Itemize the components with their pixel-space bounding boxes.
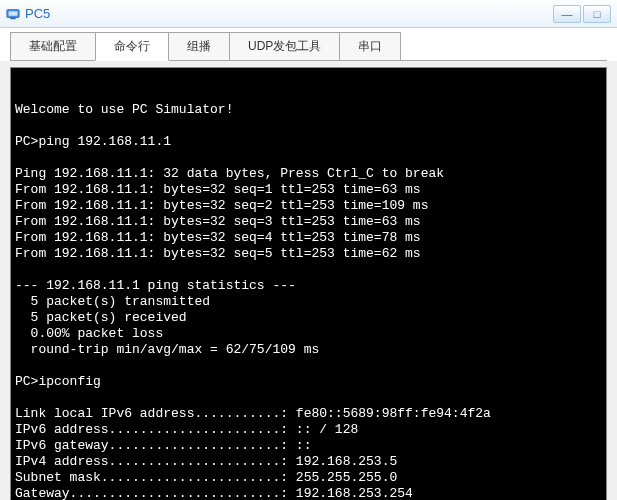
minimize-button[interactable]: — <box>553 5 581 23</box>
svg-rect-1 <box>9 11 18 15</box>
maximize-button[interactable]: □ <box>583 5 611 23</box>
tab-serial[interactable]: 串口 <box>339 32 401 61</box>
tab-udp[interactable]: UDP发包工具 <box>229 32 340 61</box>
window-title: PC5 <box>25 6 553 21</box>
svg-rect-2 <box>10 17 15 19</box>
tab-cli[interactable]: 命令行 <box>95 32 169 61</box>
app-icon <box>6 7 20 21</box>
tab-basic[interactable]: 基础配置 <box>10 32 96 61</box>
terminal-output: Welcome to use PC Simulator! PC>ping 192… <box>15 102 602 500</box>
terminal-wrap: Welcome to use PC Simulator! PC>ping 192… <box>10 67 607 500</box>
tab-mcast[interactable]: 组播 <box>168 32 230 61</box>
terminal[interactable]: Welcome to use PC Simulator! PC>ping 192… <box>11 68 606 500</box>
window-buttons: — □ <box>553 5 611 23</box>
tab-row: 基础配置 命令行 组播 UDP发包工具 串口 <box>0 28 617 61</box>
title-bar: PC5 — □ <box>0 0 617 28</box>
